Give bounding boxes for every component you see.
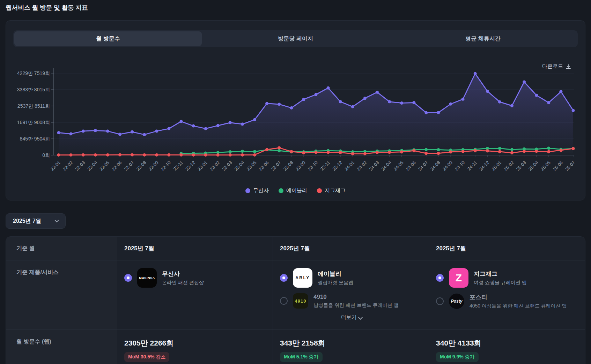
product-option-ably[interactable]: ABLY 에이블리 셀럽마켓 모음앱 <box>280 268 423 288</box>
svg-text:23-03: 23-03 <box>221 160 233 172</box>
chevron-down-icon <box>359 316 362 319</box>
svg-text:23-02: 23-02 <box>209 160 221 172</box>
svg-text:22-03: 22-03 <box>74 160 86 172</box>
svg-text:22-01: 22-01 <box>50 160 61 172</box>
product-option-posty[interactable]: Posty 포스티 4050 여성들을 위한 패션 브랜드 큐레이션 앱 <box>436 293 579 309</box>
svg-text:22-08: 22-08 <box>135 160 147 172</box>
svg-text:24-05: 24-05 <box>393 160 405 172</box>
product-name: 에이블리 <box>318 270 353 278</box>
legend-dot-icon <box>317 188 322 193</box>
product-cell-musinsa: MUSINSA 무신사 온라인 패션 편집샵 <box>117 260 273 330</box>
svg-text:23-11: 23-11 <box>319 160 331 172</box>
svg-text:24-02: 24-02 <box>356 160 368 172</box>
visits-value: 340만 4133회 <box>436 338 579 348</box>
visits-cell-ably: 343만 2158회 MoM 5.1% 증가 <box>273 330 429 364</box>
radio-selected-icon[interactable] <box>280 274 288 282</box>
svg-text:4229만 7519회: 4229만 7519회 <box>17 70 50 76</box>
svg-text:23-05: 23-05 <box>246 160 258 172</box>
legend-label: 에이블리 <box>286 187 307 194</box>
legend-dot-icon <box>245 188 250 193</box>
radio-unselected-icon[interactable] <box>280 297 288 305</box>
chart-legend: 무신사에이블리지그재그 <box>6 187 585 194</box>
legend-label: 무신사 <box>253 187 269 194</box>
tab-pages-per-visit[interactable]: 방문당 페이지 <box>202 31 389 46</box>
show-more-button[interactable]: 더보기 <box>280 314 423 321</box>
radio-selected-icon[interactable] <box>124 274 132 282</box>
4910-logo: 4910 <box>293 293 308 309</box>
svg-text:23-04: 23-04 <box>233 160 245 172</box>
product-desc: 온라인 패션 편집샵 <box>162 279 204 286</box>
chart-tabbar: 월 방문수 방문당 페이지 평균 체류시간 <box>13 30 578 47</box>
zigzag-logo: Z <box>449 268 468 288</box>
monthly-visits-line-chart: 0회845만 9504회1691만 9008회2537만 8511회3383만 … <box>6 48 586 187</box>
svg-text:24-01: 24-01 <box>343 160 355 172</box>
header-col-ably: 2025년 7월 <box>273 237 429 260</box>
mom-badge: MoM 9.9% 증가 <box>436 352 479 362</box>
svg-text:25-03: 25-03 <box>515 160 527 172</box>
legend-item: 에이블리 <box>279 187 307 194</box>
svg-text:25-06: 25-06 <box>552 160 564 172</box>
product-desc: 셀럽마켓 모음앱 <box>318 279 353 286</box>
product-name: 무신사 <box>162 270 204 278</box>
legend-item: 지그재그 <box>317 187 346 194</box>
svg-text:23-10: 23-10 <box>307 160 319 172</box>
svg-text:22-09: 22-09 <box>148 160 160 172</box>
tab-monthly-visits[interactable]: 월 방문수 <box>14 31 202 46</box>
product-option-musinsa[interactable]: MUSINSA 무신사 온라인 패션 편집샵 <box>124 268 267 288</box>
month-filter-value: 2025년 7월 <box>13 218 41 225</box>
chevron-down-icon <box>54 220 59 222</box>
svg-text:25-02: 25-02 <box>503 160 515 172</box>
page-title: 웹서비스 월 방문 및 활동 지표 <box>6 3 88 12</box>
legend-item: 무신사 <box>245 187 269 194</box>
mom-badge: MoM 5.1% 증가 <box>280 352 323 362</box>
tab-avg-duration[interactable]: 평균 체류시간 <box>389 31 577 46</box>
products-row-label: 기준 제품/서비스 <box>6 260 117 330</box>
svg-text:24-09: 24-09 <box>442 160 453 172</box>
svg-text:23-01: 23-01 <box>197 160 208 172</box>
product-cell-ably: ABLY 에이블리 셀럽마켓 모음앱 4910 4910 남성들을 위한 패션 … <box>273 260 429 330</box>
comparison-table: 기준 월 2025년 7월 2025년 7월 2025년 7월 기준 제품/서비… <box>6 236 585 364</box>
product-desc: 남성들을 위한 패션 브랜드 큐레이션 앱 <box>313 302 398 309</box>
svg-text:24-11: 24-11 <box>466 160 478 172</box>
svg-text:25-07: 25-07 <box>564 160 576 172</box>
header-col-musinsa: 2025년 7월 <box>117 237 273 260</box>
svg-text:25-04: 25-04 <box>527 160 539 172</box>
visits-value: 2305만 2266회 <box>124 338 267 348</box>
svg-text:22-10: 22-10 <box>160 160 172 172</box>
radio-unselected-icon[interactable] <box>436 297 444 305</box>
mom-badge: MoM 30.5% 감소 <box>124 352 169 362</box>
svg-text:845만 9504회: 845만 9504회 <box>20 136 50 142</box>
legend-label: 지그재그 <box>325 187 346 194</box>
product-option-zigzag[interactable]: Z 지그재그 여성 쇼핑몰 큐레이션 앱 <box>436 268 579 288</box>
svg-text:23-07: 23-07 <box>270 160 282 172</box>
svg-text:24-06: 24-06 <box>405 160 417 172</box>
radio-selected-icon[interactable] <box>436 274 444 282</box>
product-name: 지그재그 <box>474 270 527 278</box>
svg-text:2537만 8511회: 2537만 8511회 <box>17 103 50 109</box>
svg-text:24-03: 24-03 <box>368 160 380 172</box>
svg-text:25-01: 25-01 <box>490 160 502 172</box>
svg-text:23-09: 23-09 <box>295 160 306 172</box>
posty-logo: Posty <box>449 294 464 309</box>
product-cell-zigzag: Z 지그재그 여성 쇼핑몰 큐레이션 앱 Posty 포스티 4050 여성들을… <box>429 260 585 330</box>
svg-text:22-06: 22-06 <box>111 160 123 172</box>
product-desc: 4050 여성들을 위한 패션 브랜드 큐레이션 앱 <box>470 303 567 309</box>
visits-row-label: 월 방문수 (웹) <box>6 330 117 364</box>
svg-text:24-12: 24-12 <box>478 160 490 172</box>
svg-text:22-02: 22-02 <box>62 160 74 172</box>
svg-text:23-08: 23-08 <box>282 160 294 172</box>
svg-text:24-10: 24-10 <box>454 160 466 172</box>
svg-text:23-12: 23-12 <box>331 160 343 172</box>
product-option-4910[interactable]: 4910 4910 남성들을 위한 패션 브랜드 큐레이션 앱 <box>280 293 423 309</box>
svg-text:23-06: 23-06 <box>258 160 270 172</box>
svg-text:24-08: 24-08 <box>429 160 441 172</box>
visits-cell-zigzag: 340만 4133회 MoM 9.9% 증가 <box>429 330 585 364</box>
month-filter-dropdown[interactable]: 2025년 7월 <box>6 213 66 229</box>
product-name: 4910 <box>313 294 398 301</box>
svg-text:22-04: 22-04 <box>86 160 98 172</box>
visits-cell-musinsa: 2305만 2266회 MoM 30.5% 감소 <box>117 330 273 364</box>
legend-dot-icon <box>279 188 283 193</box>
chart-card: 월 방문수 방문당 페이지 평균 체류시간 다운로드 0회845만 9504회1… <box>6 20 585 200</box>
svg-text:22-07: 22-07 <box>123 160 135 172</box>
svg-text:3383만 8015회: 3383만 8015회 <box>17 87 50 92</box>
